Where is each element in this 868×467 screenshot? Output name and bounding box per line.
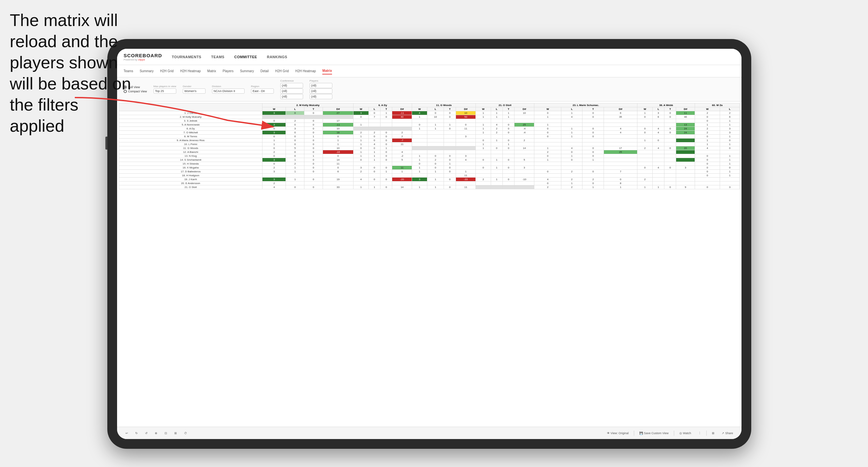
cell (427, 135, 443, 138)
cell (456, 182, 475, 185)
refresh-button[interactable]: ↺ (143, 431, 150, 435)
cell: 0 (695, 166, 720, 170)
subnav-players[interactable]: Players (223, 68, 234, 74)
gender-select[interactable]: Women's (183, 89, 206, 94)
save-custom-button[interactable]: 💾 Save Custom View (638, 431, 671, 435)
cell (638, 158, 652, 162)
cell: 0 (638, 166, 652, 170)
cell: 0 (695, 174, 720, 178)
cell: 1 (561, 127, 583, 131)
cell (603, 135, 638, 138)
cell: 0 (427, 162, 443, 166)
subnav-detail[interactable]: Detail (260, 68, 269, 74)
max-players-select[interactable]: Top 25 (154, 89, 176, 94)
cell (534, 166, 561, 170)
timer-button[interactable]: ⏱ (182, 431, 189, 435)
subnav-matrix2[interactable]: Matrix (322, 68, 332, 74)
subnav-h2h-heatmap2[interactable]: H2H Heatmap (295, 68, 316, 74)
cell: 0 (534, 131, 561, 135)
players-select-1[interactable]: (All) (310, 83, 332, 88)
cell: -11 (322, 123, 353, 127)
cell: 0 (380, 158, 392, 162)
cell: 17 (322, 119, 353, 123)
grid-button[interactable]: ⊞ (710, 431, 716, 435)
subnav-summary2[interactable]: Summary (240, 68, 254, 74)
subnav-h2h-grid1[interactable]: H2H Grid (160, 68, 174, 74)
cell: 1 (322, 138, 353, 143)
cell (286, 174, 304, 178)
cell (380, 182, 392, 185)
settings-button[interactable]: ⊞ (173, 431, 179, 435)
cell: 1 (380, 170, 392, 174)
share-button[interactable]: ↗ Share (720, 431, 735, 435)
stoll-l: L (491, 107, 502, 111)
division-select[interactable]: NCAA Division II (212, 89, 245, 94)
view-original-button[interactable]: 👁 View: Original (605, 431, 630, 435)
cell: 1 (380, 111, 392, 115)
subnav-h2h-heatmap1[interactable]: H2H Heatmap (180, 68, 201, 74)
nav-tournaments[interactable]: TOURNAMENTS (172, 54, 201, 60)
cell: 0 (380, 185, 392, 189)
cell: 4 (603, 131, 638, 135)
cell: 2 (695, 127, 720, 131)
cell: 0 (583, 154, 603, 158)
cell: 20 (676, 146, 695, 150)
cell (534, 174, 561, 178)
cell (456, 131, 475, 135)
cell (392, 123, 412, 127)
cell: 11 (456, 185, 475, 189)
cell: 2 (638, 178, 652, 182)
cell: 3 (262, 178, 286, 182)
subnav-matrix1[interactable]: Matrix (207, 68, 216, 74)
cell: 35 (603, 115, 638, 119)
undo-button[interactable]: ↩ (124, 431, 130, 435)
nav-teams[interactable]: TEAMS (211, 54, 224, 60)
cell (476, 154, 491, 158)
cell: 1 (491, 115, 502, 119)
cell (664, 123, 676, 127)
col-group-dy: 6. A Dy (353, 103, 412, 107)
cell: 0 (304, 119, 322, 123)
cell: 1 (720, 143, 740, 146)
cell: 1 (412, 154, 427, 158)
cell (491, 170, 502, 174)
cell: 2 (262, 182, 286, 185)
cell (652, 182, 664, 185)
cell (304, 182, 322, 185)
cell: -20 (392, 178, 412, 182)
table-row: 14. S Srichantamit 3 1 0 14 0 1 0 5 1 2 … (119, 158, 740, 162)
players-select-3[interactable]: (All) (310, 94, 332, 99)
cell (603, 123, 638, 127)
cell: 1 (412, 115, 427, 119)
nav-committee[interactable]: COMMITTEE (234, 54, 257, 60)
matrix-area[interactable]: 2. M Kelly Mulcahy 6. A Dy 11. G Woods 2… (117, 101, 742, 435)
players-select-2[interactable]: (All) (310, 89, 332, 94)
cell: 19 (322, 178, 353, 182)
cell: 0 (286, 154, 304, 158)
cell (534, 143, 561, 146)
subnav-summary1[interactable]: Summary (140, 68, 154, 74)
subnav-h2h-grid2[interactable]: H2H Grid (275, 68, 289, 74)
cell (561, 174, 583, 178)
cell (515, 185, 534, 189)
cell (427, 146, 443, 150)
player-name: 17. D Ballesteros (119, 170, 262, 174)
conference-select-2[interactable]: (All) (280, 89, 303, 94)
conference-select-1[interactable]: (All) (280, 83, 303, 88)
cell: 0 (369, 146, 380, 150)
cell: 2 (286, 162, 304, 166)
cell: 2 (353, 170, 369, 174)
cell: 1 (427, 127, 443, 131)
watch-button[interactable]: ◎ Watch (677, 431, 693, 435)
cell (515, 143, 534, 146)
nav-rankings[interactable]: RANKINGS (267, 54, 287, 60)
redo-button[interactable]: ↻ (133, 431, 140, 435)
cell (583, 162, 603, 166)
zoom-button[interactable]: ⊕ (153, 431, 159, 435)
cell: 1 (491, 166, 502, 170)
fit-button[interactable]: ⊡ (163, 431, 169, 435)
region-select[interactable]: East - DII (251, 89, 274, 94)
cell (638, 154, 652, 158)
dy-l: L (369, 107, 380, 111)
more-button[interactable]: ⋮ (696, 431, 703, 435)
